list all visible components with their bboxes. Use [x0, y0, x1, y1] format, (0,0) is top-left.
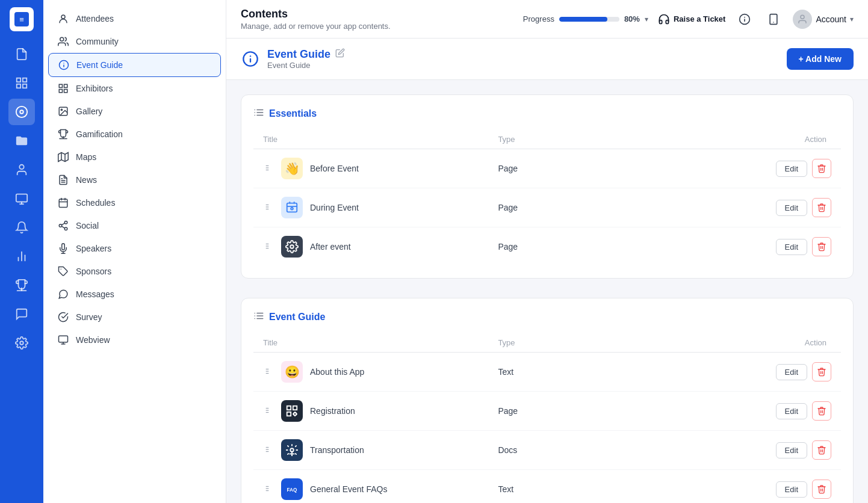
trash-icon	[817, 445, 826, 455]
edit-button[interactable]: Edit	[776, 200, 807, 216]
content-area: Event Guide Event Guide + Add New	[226, 39, 868, 503]
svg-rect-33	[59, 199, 67, 208]
rail-icon-display[interactable]	[8, 185, 35, 212]
row-drag-icon	[263, 164, 271, 174]
sidebar-item-social[interactable]: Social	[48, 214, 221, 237]
sidebar-item-webview[interactable]: Webview	[48, 329, 221, 351]
add-new-button[interactable]: + Add New	[787, 48, 854, 70]
raise-ticket-button[interactable]: Raise a Ticket	[658, 13, 725, 25]
page-header: Event Guide Event Guide + Add New	[226, 39, 868, 80]
edit-button[interactable]: Edit	[776, 239, 807, 255]
essentials-table: Title Type Action	[253, 130, 841, 266]
rail-icon-page[interactable]	[8, 41, 35, 67]
edit-button[interactable]: Edit	[776, 161, 807, 177]
delete-button[interactable]	[812, 198, 831, 217]
edit-button[interactable]: Edit	[776, 442, 807, 458]
action-cell: Edit	[674, 198, 831, 217]
mobile-preview-button[interactable]	[764, 10, 783, 29]
svg-point-8	[20, 110, 23, 114]
page-title: Contents	[241, 8, 513, 20]
edit-button[interactable]: Edit	[776, 364, 807, 380]
rail-icon-settings[interactable]	[8, 330, 35, 356]
item-type: Page	[488, 188, 665, 227]
sidebar-item-exhibitors[interactable]: Exhibitors	[48, 77, 221, 100]
sidebar-item-maps[interactable]: Maps	[48, 146, 221, 168]
edit-button[interactable]: Edit	[776, 481, 807, 498]
sidebar-item-gamification[interactable]: Gamification	[48, 123, 221, 146]
image-icon	[58, 106, 69, 117]
rail-icon-chart[interactable]	[8, 243, 35, 270]
svg-rect-87	[287, 406, 291, 410]
page-header-left: Event Guide Event Guide	[241, 48, 345, 70]
main-content: Contents Manage, add or remove your app …	[226, 0, 868, 503]
item-type: Text	[488, 353, 665, 392]
delete-button[interactable]	[812, 159, 831, 178]
event-guide-section-header: Event Guide	[253, 310, 841, 324]
svg-rect-25	[64, 90, 67, 93]
edit-pencil-icon[interactable]	[335, 48, 345, 61]
info-icon	[739, 13, 751, 25]
rail-icon-grid[interactable]	[8, 70, 35, 96]
svg-line-40	[61, 226, 64, 228]
rail-icon-person[interactable]	[8, 156, 35, 183]
page-header-name: Event Guide	[267, 48, 345, 61]
sidebar: Attendees Community Event Guide Exhibito…	[43, 0, 226, 503]
row-title-cell: Transportation	[263, 439, 479, 461]
event-guide-col-type: Type	[488, 333, 665, 353]
event-guide-section-title: Event Guide	[269, 312, 325, 322]
svg-point-70	[291, 208, 293, 210]
rail-icon-folder[interactable]	[8, 128, 35, 154]
event-guide-icon	[241, 49, 260, 69]
share-icon	[58, 220, 69, 231]
rail-icon-chat[interactable]	[8, 301, 35, 327]
info-header-icon	[242, 51, 259, 67]
sidebar-item-attendees[interactable]: Attendees	[48, 7, 221, 30]
essentials-col-action: Action	[665, 130, 841, 149]
file-text-icon	[58, 174, 69, 185]
account-button[interactable]: Account ▾	[793, 10, 854, 29]
sidebar-item-event-guide[interactable]: Event Guide	[48, 53, 221, 77]
item-title: Transportation	[310, 445, 364, 455]
sidebar-item-gallery[interactable]: Gallery	[48, 100, 221, 123]
trash-icon	[817, 484, 826, 494]
event-guide-col-action: Action	[665, 333, 841, 353]
item-title: Before Event	[310, 164, 359, 173]
delete-button[interactable]	[812, 362, 831, 381]
svg-marker-28	[58, 153, 69, 162]
info-circle-icon	[58, 60, 69, 70]
sidebar-item-community[interactable]: Community	[48, 30, 221, 53]
progress-chevron-icon[interactable]: ▾	[645, 15, 648, 23]
progress-fill	[559, 17, 607, 22]
svg-text:≡: ≡	[19, 15, 24, 24]
delete-button[interactable]	[812, 480, 831, 499]
item-type: Page	[488, 392, 665, 431]
users-icon	[58, 36, 69, 47]
item-icon: 👋	[281, 158, 303, 179]
sidebar-item-speakers[interactable]: Speakers	[48, 237, 221, 260]
action-cell: Edit	[674, 237, 831, 256]
svg-rect-6	[23, 84, 26, 88]
delete-button[interactable]	[812, 237, 831, 256]
svg-rect-23	[64, 84, 67, 87]
trash-icon	[817, 367, 826, 377]
delete-button[interactable]	[812, 440, 831, 460]
rail-icon-trophy[interactable]	[8, 272, 35, 298]
info-button[interactable]	[735, 10, 754, 29]
row-drag-icon	[263, 406, 271, 416]
sidebar-item-news[interactable]: News	[48, 168, 221, 191]
item-type: Docs	[488, 431, 665, 470]
rail-icon-bell[interactable]	[8, 214, 35, 241]
sidebar-item-schedules[interactable]: Schedules	[48, 191, 221, 214]
rail-icon-palette[interactable]	[8, 99, 35, 125]
item-icon	[281, 439, 303, 461]
table-row: Registration Page Edit	[253, 392, 841, 431]
mic-icon	[58, 243, 69, 254]
action-cell: Edit	[674, 401, 831, 421]
item-type: Page	[488, 227, 665, 267]
sidebar-item-messages[interactable]: Messages	[48, 283, 221, 306]
delete-button[interactable]	[812, 401, 831, 421]
sidebar-item-survey[interactable]: Survey	[48, 306, 221, 329]
edit-button[interactable]: Edit	[776, 403, 807, 419]
sidebar-item-sponsors[interactable]: Sponsors	[48, 260, 221, 283]
app-logo: ≡	[10, 7, 34, 31]
